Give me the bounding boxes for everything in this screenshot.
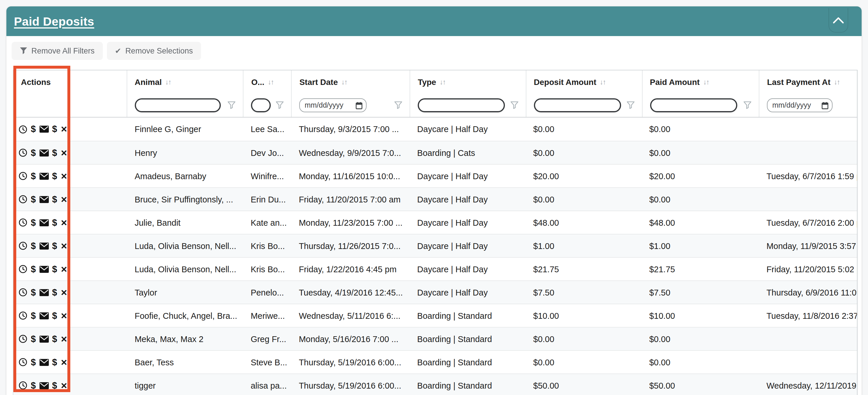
last-payment-filter-input[interactable]: mm/dd/yyyy bbox=[767, 98, 833, 112]
dollar-icon[interactable]: $ bbox=[52, 241, 57, 251]
envelope-icon[interactable] bbox=[39, 312, 49, 319]
collapse-button[interactable] bbox=[829, 8, 848, 33]
header-paid-amount-label: Paid Amount bbox=[650, 77, 700, 87]
envelope-icon[interactable] bbox=[39, 242, 49, 249]
header-animal[interactable]: Animal ↓↑ bbox=[126, 70, 243, 94]
deposit-amount-filter-input[interactable] bbox=[534, 98, 621, 112]
close-icon[interactable]: ✕ bbox=[61, 148, 67, 158]
close-icon[interactable]: ✕ bbox=[61, 311, 67, 320]
sort-icon[interactable]: ↓↑ bbox=[165, 78, 171, 86]
envelope-icon[interactable] bbox=[39, 126, 49, 133]
envelope-icon[interactable] bbox=[39, 359, 49, 366]
envelope-icon[interactable] bbox=[39, 335, 49, 342]
sort-icon[interactable]: ↓↑ bbox=[834, 78, 840, 86]
dollar-icon[interactable]: $ bbox=[52, 217, 57, 228]
sort-icon[interactable]: ↓↑ bbox=[703, 78, 709, 86]
envelope-icon[interactable] bbox=[39, 219, 49, 226]
sort-icon[interactable]: ↓↑ bbox=[268, 78, 274, 86]
close-icon[interactable]: ✕ bbox=[61, 241, 67, 250]
close-icon[interactable]: ✕ bbox=[61, 195, 67, 204]
clock-icon[interactable] bbox=[19, 288, 27, 297]
dollar-icon[interactable]: $ bbox=[31, 334, 36, 344]
dollar-icon[interactable]: $ bbox=[52, 194, 57, 204]
filter-funnel-icon[interactable] bbox=[626, 101, 635, 109]
type-filter-input[interactable] bbox=[418, 98, 505, 112]
filter-funnel-icon bbox=[20, 47, 27, 55]
dollar-icon[interactable]: $ bbox=[31, 357, 36, 367]
clock-icon[interactable] bbox=[19, 148, 27, 157]
close-icon[interactable]: ✕ bbox=[61, 124, 67, 134]
filter-funnel-icon[interactable] bbox=[276, 101, 284, 109]
dollar-icon[interactable]: $ bbox=[31, 287, 36, 298]
envelope-icon[interactable] bbox=[39, 149, 49, 156]
clock-icon[interactable] bbox=[19, 335, 27, 343]
close-icon[interactable]: ✕ bbox=[61, 381, 67, 390]
envelope-icon[interactable] bbox=[39, 196, 49, 203]
clock-icon[interactable] bbox=[19, 381, 27, 390]
filter-paid-amount bbox=[642, 94, 759, 117]
start-date-filter-input[interactable]: mm/dd/yyyy bbox=[300, 98, 367, 112]
remove-selections-label: Remove Selections bbox=[125, 47, 193, 55]
envelope-icon[interactable] bbox=[39, 289, 49, 296]
sort-icon[interactable]: ↓↑ bbox=[341, 78, 347, 86]
dollar-icon[interactable]: $ bbox=[52, 171, 57, 181]
clock-icon[interactable] bbox=[19, 125, 27, 134]
remove-selections-button[interactable]: ✔ Remove Selections bbox=[107, 42, 201, 60]
filter-funnel-icon[interactable] bbox=[394, 101, 403, 109]
header-owner[interactable]: O... ↓↑ bbox=[243, 70, 291, 94]
filter-funnel-icon[interactable] bbox=[510, 101, 519, 109]
dollar-icon[interactable]: $ bbox=[52, 357, 57, 367]
clock-icon[interactable] bbox=[19, 265, 27, 274]
sort-icon[interactable]: ↓↑ bbox=[439, 78, 445, 86]
envelope-icon[interactable] bbox=[39, 265, 49, 273]
clock-icon[interactable] bbox=[19, 311, 27, 320]
sort-icon[interactable]: ↓↑ bbox=[600, 78, 606, 86]
close-icon[interactable]: ✕ bbox=[61, 288, 67, 297]
dollar-icon[interactable]: $ bbox=[31, 241, 36, 251]
dollar-icon[interactable]: $ bbox=[31, 264, 36, 274]
clock-icon[interactable] bbox=[19, 172, 27, 180]
dollar-icon[interactable]: $ bbox=[52, 124, 57, 134]
animal-cell: Meka, Max, Max 2 bbox=[126, 328, 243, 350]
header-deposit-amount[interactable]: Deposit Amount ↓↑ bbox=[526, 70, 642, 94]
dollar-icon[interactable]: $ bbox=[31, 171, 36, 181]
filter-funnel-icon[interactable] bbox=[743, 101, 752, 109]
envelope-icon[interactable] bbox=[39, 172, 49, 179]
dollar-icon[interactable]: $ bbox=[31, 194, 36, 204]
dollar-icon[interactable]: $ bbox=[52, 264, 57, 274]
dollar-icon[interactable]: $ bbox=[52, 287, 57, 298]
close-icon[interactable]: ✕ bbox=[61, 171, 67, 180]
filter-funnel-icon[interactable] bbox=[227, 101, 236, 109]
dollar-icon[interactable]: $ bbox=[31, 217, 36, 228]
envelope-icon[interactable] bbox=[39, 382, 49, 389]
dollar-icon[interactable]: $ bbox=[31, 124, 36, 134]
panel-title-link[interactable]: Paid Deposits bbox=[14, 14, 94, 28]
header-start-date[interactable]: Start Date ↓↑ bbox=[291, 70, 410, 94]
header-paid-amount[interactable]: Paid Amount ↓↑ bbox=[642, 70, 759, 94]
calendar-icon[interactable] bbox=[356, 102, 363, 109]
dollar-icon[interactable]: $ bbox=[31, 380, 36, 391]
close-icon[interactable]: ✕ bbox=[61, 358, 67, 367]
remove-all-filters-button[interactable]: Remove All Filters bbox=[11, 42, 103, 60]
dollar-icon[interactable]: $ bbox=[52, 380, 57, 391]
header-type[interactable]: Type ↓↑ bbox=[410, 70, 526, 94]
type-cell: Boarding | Standard bbox=[410, 374, 526, 395]
dollar-icon[interactable]: $ bbox=[31, 147, 36, 158]
header-last-payment-at[interactable]: Last Payment At ↓↑ bbox=[759, 70, 857, 94]
owner-filter-input[interactable] bbox=[251, 98, 271, 112]
calendar-icon[interactable] bbox=[822, 102, 829, 109]
dollar-icon[interactable]: $ bbox=[31, 310, 36, 321]
clock-icon[interactable] bbox=[19, 218, 27, 227]
close-icon[interactable]: ✕ bbox=[61, 264, 67, 274]
clock-icon[interactable] bbox=[19, 195, 27, 204]
paid-amount-filter-input[interactable] bbox=[650, 98, 737, 112]
animal-filter-input[interactable] bbox=[134, 98, 220, 112]
dollar-icon[interactable]: $ bbox=[52, 334, 57, 344]
clock-icon[interactable] bbox=[19, 358, 27, 366]
dollar-icon[interactable]: $ bbox=[52, 147, 57, 158]
filter-animal bbox=[126, 94, 243, 117]
close-icon[interactable]: ✕ bbox=[61, 334, 67, 343]
dollar-icon[interactable]: $ bbox=[52, 310, 57, 321]
clock-icon[interactable] bbox=[19, 242, 27, 250]
close-icon[interactable]: ✕ bbox=[61, 218, 67, 227]
